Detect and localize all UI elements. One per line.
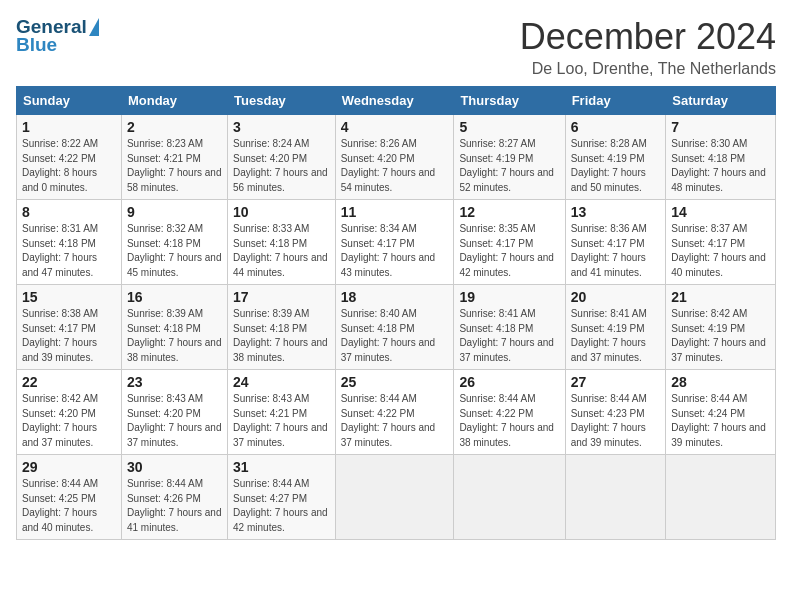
day-number: 1	[22, 119, 116, 135]
calendar-cell: 28Sunrise: 8:44 AMSunset: 4:24 PMDayligh…	[666, 370, 776, 455]
day-number: 17	[233, 289, 330, 305]
calendar-cell: 14Sunrise: 8:37 AMSunset: 4:17 PMDayligh…	[666, 200, 776, 285]
day-number: 18	[341, 289, 449, 305]
calendar-cell: 19Sunrise: 8:41 AMSunset: 4:18 PMDayligh…	[454, 285, 565, 370]
day-number: 11	[341, 204, 449, 220]
calendar-cell: 11Sunrise: 8:34 AMSunset: 4:17 PMDayligh…	[335, 200, 454, 285]
day-info: Sunrise: 8:43 AMSunset: 4:20 PMDaylight:…	[127, 392, 222, 450]
calendar-cell: 1Sunrise: 8:22 AMSunset: 4:22 PMDaylight…	[17, 115, 122, 200]
day-info: Sunrise: 8:36 AMSunset: 4:17 PMDaylight:…	[571, 222, 661, 280]
calendar-cell: 18Sunrise: 8:40 AMSunset: 4:18 PMDayligh…	[335, 285, 454, 370]
page-header: General Blue December 2024 De Loo, Drent…	[16, 16, 776, 78]
day-info: Sunrise: 8:41 AMSunset: 4:19 PMDaylight:…	[571, 307, 661, 365]
day-number: 2	[127, 119, 222, 135]
calendar-header-thursday: Thursday	[454, 87, 565, 115]
calendar-cell: 9Sunrise: 8:32 AMSunset: 4:18 PMDaylight…	[121, 200, 227, 285]
day-info: Sunrise: 8:39 AMSunset: 4:18 PMDaylight:…	[233, 307, 330, 365]
calendar-cell: 27Sunrise: 8:44 AMSunset: 4:23 PMDayligh…	[565, 370, 666, 455]
day-info: Sunrise: 8:44 AMSunset: 4:22 PMDaylight:…	[341, 392, 449, 450]
calendar-cell: 12Sunrise: 8:35 AMSunset: 4:17 PMDayligh…	[454, 200, 565, 285]
day-info: Sunrise: 8:41 AMSunset: 4:18 PMDaylight:…	[459, 307, 559, 365]
day-number: 29	[22, 459, 116, 475]
calendar-cell: 30Sunrise: 8:44 AMSunset: 4:26 PMDayligh…	[121, 455, 227, 540]
logo: General Blue	[16, 16, 99, 56]
calendar-cell: 5Sunrise: 8:27 AMSunset: 4:19 PMDaylight…	[454, 115, 565, 200]
day-number: 27	[571, 374, 661, 390]
calendar-cell: 3Sunrise: 8:24 AMSunset: 4:20 PMDaylight…	[228, 115, 336, 200]
calendar-cell	[454, 455, 565, 540]
day-number: 24	[233, 374, 330, 390]
calendar-cell: 4Sunrise: 8:26 AMSunset: 4:20 PMDaylight…	[335, 115, 454, 200]
calendar-cell	[666, 455, 776, 540]
calendar-header-tuesday: Tuesday	[228, 87, 336, 115]
location-title: De Loo, Drenthe, The Netherlands	[520, 60, 776, 78]
day-info: Sunrise: 8:43 AMSunset: 4:21 PMDaylight:…	[233, 392, 330, 450]
day-info: Sunrise: 8:44 AMSunset: 4:25 PMDaylight:…	[22, 477, 116, 535]
calendar-week-5: 29Sunrise: 8:44 AMSunset: 4:25 PMDayligh…	[17, 455, 776, 540]
day-number: 25	[341, 374, 449, 390]
day-number: 22	[22, 374, 116, 390]
calendar-header-monday: Monday	[121, 87, 227, 115]
calendar-cell: 25Sunrise: 8:44 AMSunset: 4:22 PMDayligh…	[335, 370, 454, 455]
day-number: 15	[22, 289, 116, 305]
day-info: Sunrise: 8:34 AMSunset: 4:17 PMDaylight:…	[341, 222, 449, 280]
day-info: Sunrise: 8:35 AMSunset: 4:17 PMDaylight:…	[459, 222, 559, 280]
calendar-cell: 13Sunrise: 8:36 AMSunset: 4:17 PMDayligh…	[565, 200, 666, 285]
day-info: Sunrise: 8:42 AMSunset: 4:20 PMDaylight:…	[22, 392, 116, 450]
day-info: Sunrise: 8:38 AMSunset: 4:17 PMDaylight:…	[22, 307, 116, 365]
calendar-week-4: 22Sunrise: 8:42 AMSunset: 4:20 PMDayligh…	[17, 370, 776, 455]
calendar-cell: 31Sunrise: 8:44 AMSunset: 4:27 PMDayligh…	[228, 455, 336, 540]
day-info: Sunrise: 8:27 AMSunset: 4:19 PMDaylight:…	[459, 137, 559, 195]
calendar-cell: 15Sunrise: 8:38 AMSunset: 4:17 PMDayligh…	[17, 285, 122, 370]
logo-triangle-icon	[89, 18, 99, 36]
day-number: 16	[127, 289, 222, 305]
day-number: 13	[571, 204, 661, 220]
month-title: December 2024	[520, 16, 776, 58]
day-info: Sunrise: 8:30 AMSunset: 4:18 PMDaylight:…	[671, 137, 770, 195]
day-info: Sunrise: 8:33 AMSunset: 4:18 PMDaylight:…	[233, 222, 330, 280]
calendar-header-row: SundayMondayTuesdayWednesdayThursdayFrid…	[17, 87, 776, 115]
day-info: Sunrise: 8:42 AMSunset: 4:19 PMDaylight:…	[671, 307, 770, 365]
calendar-cell: 17Sunrise: 8:39 AMSunset: 4:18 PMDayligh…	[228, 285, 336, 370]
day-info: Sunrise: 8:44 AMSunset: 4:26 PMDaylight:…	[127, 477, 222, 535]
calendar-table: SundayMondayTuesdayWednesdayThursdayFrid…	[16, 86, 776, 540]
calendar-header-sunday: Sunday	[17, 87, 122, 115]
calendar-cell: 22Sunrise: 8:42 AMSunset: 4:20 PMDayligh…	[17, 370, 122, 455]
calendar-cell: 24Sunrise: 8:43 AMSunset: 4:21 PMDayligh…	[228, 370, 336, 455]
day-number: 4	[341, 119, 449, 135]
day-number: 3	[233, 119, 330, 135]
logo-blue: Blue	[16, 34, 57, 56]
day-number: 28	[671, 374, 770, 390]
calendar-body: 1Sunrise: 8:22 AMSunset: 4:22 PMDaylight…	[17, 115, 776, 540]
calendar-cell: 8Sunrise: 8:31 AMSunset: 4:18 PMDaylight…	[17, 200, 122, 285]
calendar-header-wednesday: Wednesday	[335, 87, 454, 115]
day-number: 31	[233, 459, 330, 475]
calendar-week-3: 15Sunrise: 8:38 AMSunset: 4:17 PMDayligh…	[17, 285, 776, 370]
calendar-cell: 21Sunrise: 8:42 AMSunset: 4:19 PMDayligh…	[666, 285, 776, 370]
day-info: Sunrise: 8:23 AMSunset: 4:21 PMDaylight:…	[127, 137, 222, 195]
calendar-cell: 23Sunrise: 8:43 AMSunset: 4:20 PMDayligh…	[121, 370, 227, 455]
title-section: December 2024 De Loo, Drenthe, The Nethe…	[520, 16, 776, 78]
calendar-cell	[335, 455, 454, 540]
day-number: 6	[571, 119, 661, 135]
day-number: 8	[22, 204, 116, 220]
day-info: Sunrise: 8:31 AMSunset: 4:18 PMDaylight:…	[22, 222, 116, 280]
day-info: Sunrise: 8:44 AMSunset: 4:23 PMDaylight:…	[571, 392, 661, 450]
day-number: 9	[127, 204, 222, 220]
calendar-cell: 7Sunrise: 8:30 AMSunset: 4:18 PMDaylight…	[666, 115, 776, 200]
day-info: Sunrise: 8:32 AMSunset: 4:18 PMDaylight:…	[127, 222, 222, 280]
day-number: 21	[671, 289, 770, 305]
calendar-week-1: 1Sunrise: 8:22 AMSunset: 4:22 PMDaylight…	[17, 115, 776, 200]
day-number: 14	[671, 204, 770, 220]
day-number: 20	[571, 289, 661, 305]
day-info: Sunrise: 8:22 AMSunset: 4:22 PMDaylight:…	[22, 137, 116, 195]
calendar-week-2: 8Sunrise: 8:31 AMSunset: 4:18 PMDaylight…	[17, 200, 776, 285]
calendar-cell: 10Sunrise: 8:33 AMSunset: 4:18 PMDayligh…	[228, 200, 336, 285]
day-number: 23	[127, 374, 222, 390]
calendar-cell	[565, 455, 666, 540]
day-number: 30	[127, 459, 222, 475]
calendar-cell: 2Sunrise: 8:23 AMSunset: 4:21 PMDaylight…	[121, 115, 227, 200]
calendar-cell: 20Sunrise: 8:41 AMSunset: 4:19 PMDayligh…	[565, 285, 666, 370]
day-info: Sunrise: 8:39 AMSunset: 4:18 PMDaylight:…	[127, 307, 222, 365]
day-number: 19	[459, 289, 559, 305]
